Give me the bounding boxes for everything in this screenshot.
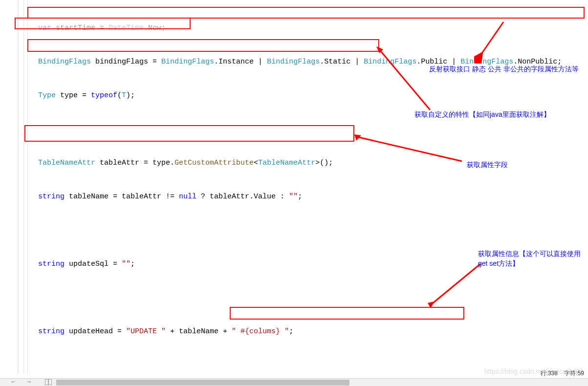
nav-back-button[interactable]: ← [9, 378, 18, 386]
annotation-2: 获取自定义的特性【如同java里面获取注解】 [414, 110, 550, 120]
gutter [0, 0, 19, 374]
type: BindingFlags [38, 58, 91, 66]
keyword: var [38, 24, 51, 32]
status-bar: 行:338 字符:59 [541, 369, 584, 378]
split-editor-icon[interactable] [44, 378, 53, 386]
nav-forward-button[interactable]: → [24, 378, 33, 386]
annotation-3: 获取属性字段 [467, 160, 508, 170]
annotation-1: 反射获取接口 静态 公共 非公共的字段属性方法等 [429, 64, 579, 74]
code-editor[interactable]: var startTime = DateTime.Now; BindingFla… [0, 0, 588, 374]
horizontal-scrollbar[interactable]: ← → [0, 378, 588, 386]
scrollbar-thumb[interactable] [56, 380, 349, 386]
annotation-4: 获取属性信息【这个可以直接使用get set方法】 [478, 249, 583, 268]
code-content[interactable]: var startTime = DateTime.Now; BindingFla… [19, 0, 562, 374]
